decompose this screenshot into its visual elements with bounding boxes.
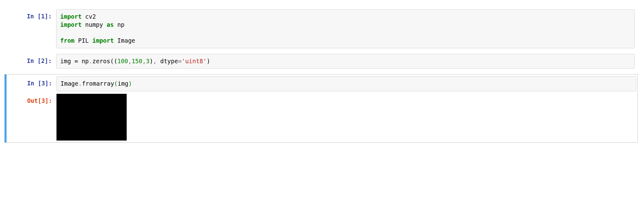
comma: , (153, 58, 160, 64)
argument-name: img (118, 80, 128, 87)
paren-open: ( (114, 58, 117, 64)
object-name: Image (61, 80, 78, 87)
output-area (56, 94, 639, 141)
operator-assign: = (178, 58, 182, 64)
paren-close: ) (207, 58, 210, 64)
operator-dot: . (89, 58, 92, 64)
code-cell[interactable]: In [1]: import cv2 import numpy as np fr… (6, 9, 638, 48)
keyword-import: import (60, 21, 82, 28)
function-name: fromarray (82, 80, 114, 87)
output-prompt: Out[3]: (7, 94, 56, 105)
paren-close: ) (128, 80, 132, 87)
notebook: In [1]: import cv2 import numpy as np fr… (0, 0, 644, 158)
paren-close: ) (149, 58, 153, 64)
keyword-as: as (107, 21, 114, 28)
function-name: zeros (92, 58, 110, 64)
comma: , (128, 58, 131, 64)
number-literal: 100 (117, 58, 128, 64)
number-literal: 3 (146, 58, 149, 64)
module-name: PIL (78, 37, 89, 44)
input-prompt: In [2]: (6, 54, 56, 65)
kwarg-name: dtype (160, 58, 178, 64)
number-literal: 150 (132, 58, 142, 64)
code-input[interactable]: import cv2 import numpy as np from PIL i… (56, 9, 635, 48)
alias-name: np (117, 21, 124, 28)
module-name: cv2 (85, 13, 96, 20)
object-name: np (82, 58, 89, 64)
code-input[interactable]: img = np.zeros((100,150,3), dtype='uint8… (56, 54, 635, 69)
paren-open: ( (110, 58, 114, 64)
code-cell[interactable]: In [2]: img = np.zeros((100,150,3), dtyp… (6, 54, 638, 69)
operator-assign: = (71, 58, 81, 64)
input-prompt: In [3]: (7, 76, 56, 88)
code-input[interactable]: Image.fromarray(img) (56, 76, 636, 91)
keyword-import: import (60, 13, 82, 20)
class-name: Image (117, 37, 135, 44)
operator-dot: . (78, 80, 82, 87)
comma: , (142, 58, 146, 64)
keyword-import: import (92, 37, 114, 44)
code-cell-selected[interactable]: In [3]: Image.fromarray(img) Out[3]: (4, 74, 638, 143)
keyword-from: from (60, 37, 75, 44)
variable-name: img (60, 58, 71, 64)
input-prompt: In [1]: (6, 9, 56, 21)
output-image (56, 94, 127, 141)
string-literal: 'uint8' (182, 58, 207, 64)
paren-open: ( (114, 80, 118, 87)
module-name: numpy (85, 21, 103, 28)
